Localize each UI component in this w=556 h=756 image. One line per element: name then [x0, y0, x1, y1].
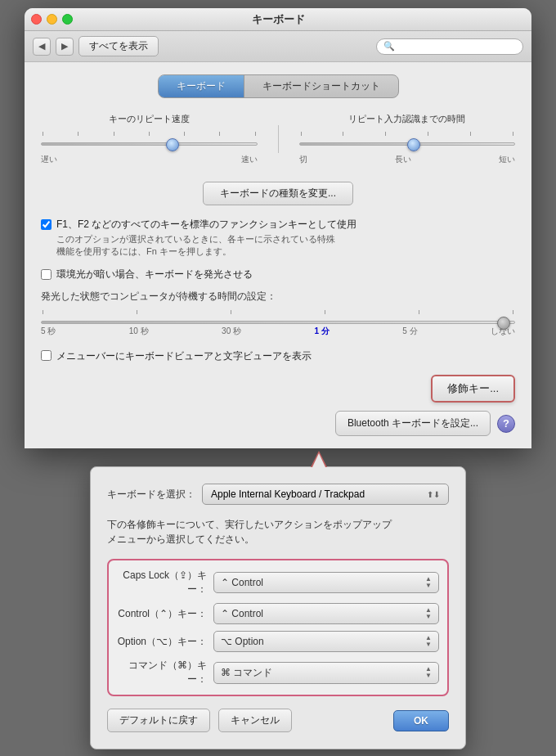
control-row: Control（⌃）キー： ⌃ Control ▲▼	[117, 603, 439, 624]
speed-right-label: 速い	[241, 154, 258, 165]
f1-label-group: F1、F2 などのすべてのキーを標準のファンクションキーとして使用 このオプショ…	[56, 218, 356, 258]
change-keyboard-button[interactable]: キーボードの種類を変更...	[203, 182, 353, 205]
help-button[interactable]: ?	[497, 415, 515, 433]
back-button[interactable]: ◀	[33, 38, 51, 56]
ambient-slider-label: 発光した状態でコンピュータが待機する時間の設定：	[41, 290, 515, 304]
close-button[interactable]	[31, 14, 42, 25]
tick	[43, 310, 43, 314]
keyboard-select-label: キーボードを選択：	[107, 488, 195, 502]
toolbar: ◀ ▶ すべてを表示 🔍	[25, 31, 531, 62]
modal-description: 下の各修飾キーについて、実行したいアクションをポップアップメニューから選択してく…	[107, 517, 449, 547]
repeat-delay-slider[interactable]	[299, 136, 516, 152]
maximize-button[interactable]	[62, 14, 73, 25]
delay-left2-label: 長い	[395, 154, 411, 165]
bluetooth-row: Bluetooth キーボードを設定... ?	[41, 411, 515, 436]
f1-checkbox-row: F1、F2 などのすべてのキーを標準のファンクションキーとして使用 このオプショ…	[41, 218, 515, 258]
option-arrows: ▲▼	[425, 635, 432, 648]
tab-group: キーボード キーボードショートカット	[158, 74, 399, 98]
control-label: Control（⌃）キー：	[117, 607, 207, 621]
delay-right-label: 短い	[499, 154, 515, 165]
window-title: キーボード	[252, 12, 305, 27]
ambient-labels: 5 秒 10 秒 30 秒 1 分 5 分 しない	[41, 326, 515, 337]
modifier-keys-table: Caps Lock（⇪）キー： ⌃ Control ▲▼ Control（⌃）キ…	[107, 559, 449, 696]
search-input[interactable]	[397, 41, 516, 52]
traffic-lights	[31, 14, 73, 25]
slider-track	[299, 142, 516, 146]
control-select[interactable]: ⌃ Control ▲▼	[213, 603, 439, 624]
caps-lock-label: Caps Lock（⇪）キー：	[117, 569, 207, 596]
keyboard-select-dropdown[interactable]: Apple Internal Keyboard / Trackpad ⬆⬇	[202, 484, 449, 505]
caps-lock-value: ⌃ Control	[221, 577, 263, 588]
option-select[interactable]: ⌥ Option ▲▼	[213, 631, 439, 652]
slider-track	[41, 142, 258, 146]
tick	[325, 310, 325, 314]
slider-section: キーのリピート速度 遅い 速い	[41, 113, 515, 165]
command-arrows: ▲▼	[425, 666, 432, 679]
control-arrows: ▲▼	[425, 607, 432, 620]
option-row: Option（⌥）キー： ⌥ Option ▲▼	[117, 631, 439, 652]
modifier-keys-modal: キーボードを選択： Apple Internal Keyboard / Trac…	[90, 466, 466, 749]
caps-lock-row: Caps Lock（⇪）キー： ⌃ Control ▲▼	[117, 569, 439, 596]
ambient-section: 環境光が暗い場合、キーボードを発光させる 発光した状態でコンピュータが待機する時…	[41, 268, 515, 337]
content-area: キーボード キーボードショートカット キーのリピート速度	[25, 62, 531, 448]
bluetooth-button[interactable]: Bluetooth キーボードを設定...	[335, 411, 491, 436]
forward-button[interactable]: ▶	[56, 38, 74, 56]
repeat-delay-group: リピート入力認識までの時間 切 長い 短い	[299, 113, 516, 165]
bottom-buttons: 修飾キー...	[41, 375, 515, 403]
cancel-button[interactable]: キャンセル	[218, 709, 292, 732]
ambient-label-30sec: 30 秒	[222, 326, 241, 337]
tick	[137, 310, 137, 314]
keyboard-dropdown-arrow: ⬆⬇	[427, 490, 440, 499]
main-window: キーボード ◀ ▶ すべてを表示 🔍 キーボード キーボードショートカット キー…	[25, 8, 531, 448]
command-row: コマンド（⌘）キー： ⌘ コマンド ▲▼	[117, 659, 439, 686]
ok-button[interactable]: OK	[393, 710, 449, 731]
f1-checkbox[interactable]	[41, 219, 52, 230]
search-box: 🔍	[376, 38, 523, 55]
tab-bar: キーボード キーボードショートカット	[41, 74, 515, 98]
command-select[interactable]: ⌘ コマンド ▲▼	[213, 662, 439, 684]
title-bar: キーボード	[25, 8, 531, 31]
tick	[513, 310, 513, 314]
ambient-tick-marks	[41, 310, 515, 314]
keyboard-select-row: キーボードを選択： Apple Internal Keyboard / Trac…	[107, 484, 449, 505]
repeat-speed-group: キーのリピート速度 遅い 速い	[41, 113, 258, 165]
modal-arrow	[311, 451, 327, 467]
ambient-slider-thumb[interactable]	[497, 317, 510, 330]
ambient-slider-track	[41, 321, 515, 324]
search-icon: 🔍	[383, 41, 395, 52]
slider-labels: 遅い 速い	[41, 154, 258, 165]
option-label: Option（⌥）キー：	[117, 635, 207, 649]
command-value: ⌘ コマンド	[221, 666, 272, 680]
speed-left-label: 遅い	[41, 154, 57, 165]
f1-label: F1、F2 などのすべてのキーを標準のファンクションキーとして使用	[56, 218, 356, 232]
caps-lock-select[interactable]: ⌃ Control ▲▼	[213, 572, 439, 593]
tick	[419, 310, 419, 314]
option-value: ⌥ Option	[221, 636, 264, 647]
f1-subtext: このオプションが選択されているときに、各キーに示されている特殊機能を使用するには…	[56, 233, 356, 258]
ambient-label-1min: 1 分	[314, 326, 329, 337]
delay-slider-labels: 切 長い 短い	[299, 154, 516, 165]
repeat-speed-slider[interactable]	[41, 136, 258, 152]
minimize-button[interactable]	[47, 14, 57, 25]
slider-divider	[278, 125, 279, 153]
modal-footer: デフォルトに戻す キャンセル OK	[107, 709, 449, 732]
control-value: ⌃ Control	[221, 608, 263, 619]
show-all-button[interactable]: すべてを表示	[78, 36, 159, 56]
menu-viewer-checkbox[interactable]	[41, 350, 52, 361]
ambient-checkbox[interactable]	[41, 269, 52, 280]
ambient-label: 環境光が暗い場合、キーボードを発光させる	[56, 268, 253, 281]
tab-keyboard[interactable]: キーボード	[159, 75, 244, 97]
ambient-checkbox-row: 環境光が暗い場合、キーボードを発光させる	[41, 268, 515, 281]
ambient-slider-section[interactable]: 5 秒 10 秒 30 秒 1 分 5 分 しない	[41, 310, 515, 337]
menu-viewer-row: メニューバーにキーボードビューアと文字ビューアを表示	[41, 349, 515, 363]
tab-shortcuts[interactable]: キーボードショートカット	[244, 75, 398, 97]
slider-thumb[interactable]	[407, 138, 420, 151]
ambient-label-5min: 5 分	[402, 326, 417, 337]
caps-lock-arrows: ▲▼	[425, 576, 432, 589]
modifier-keys-button[interactable]: 修飾キー...	[431, 375, 515, 403]
repeat-delay-label: リピート入力認識までの時間	[299, 113, 516, 125]
ambient-label-10sec: 10 秒	[129, 326, 149, 337]
keyboard-value: Apple Internal Keyboard / Trackpad	[211, 488, 365, 500]
default-button[interactable]: デフォルトに戻す	[107, 709, 210, 732]
slider-thumb[interactable]	[166, 138, 179, 151]
